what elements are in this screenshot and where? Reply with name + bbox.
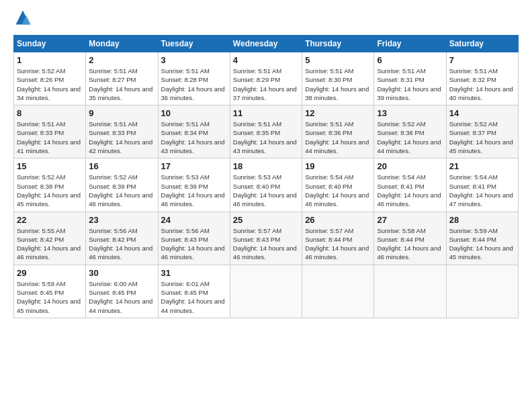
day-info: Sunrise: 5:53 AM Sunset: 8:40 PM Dayligh… xyxy=(233,173,299,208)
week-row-1: 1 Sunrise: 5:52 AM Sunset: 8:26 PM Dayli… xyxy=(14,52,519,105)
day-info: Sunrise: 5:54 AM Sunset: 8:40 PM Dayligh… xyxy=(305,173,371,208)
calendar-cell: 12 Sunrise: 5:51 AM Sunset: 8:36 PM Dayl… xyxy=(302,105,374,158)
day-info: Sunrise: 5:51 AM Sunset: 8:35 PM Dayligh… xyxy=(233,120,299,155)
calendar-cell: 19 Sunrise: 5:54 AM Sunset: 8:40 PM Dayl… xyxy=(302,158,374,212)
day-number: 2 xyxy=(89,55,154,65)
day-info: Sunrise: 5:51 AM Sunset: 8:28 PM Dayligh… xyxy=(161,66,227,102)
calendar-cell: 22 Sunrise: 5:55 AM Sunset: 8:42 PM Dayl… xyxy=(14,212,86,265)
calendar-table: SundayMondayTuesdayWednesdayThursdayFrid… xyxy=(13,35,519,318)
calendar-cell: 13 Sunrise: 5:52 AM Sunset: 8:36 PM Dayl… xyxy=(374,105,446,158)
calendar-cell xyxy=(230,265,302,318)
calendar-cell: 27 Sunrise: 5:58 AM Sunset: 8:44 PM Dayl… xyxy=(374,212,446,265)
day-info: Sunrise: 5:52 AM Sunset: 8:38 PM Dayligh… xyxy=(17,173,83,208)
col-header-wednesday: Wednesday xyxy=(230,36,302,52)
day-info: Sunrise: 5:51 AM Sunset: 8:32 PM Dayligh… xyxy=(449,66,515,102)
day-info: Sunrise: 5:51 AM Sunset: 8:27 PM Dayligh… xyxy=(89,66,154,102)
col-header-tuesday: Tuesday xyxy=(158,36,230,52)
col-header-monday: Monday xyxy=(86,36,158,52)
day-number: 31 xyxy=(161,268,227,278)
calendar-cell xyxy=(374,265,446,318)
day-info: Sunrise: 5:51 AM Sunset: 8:31 PM Dayligh… xyxy=(377,66,443,102)
col-header-friday: Friday xyxy=(374,36,446,52)
day-number: 11 xyxy=(233,108,299,118)
day-info: Sunrise: 6:01 AM Sunset: 8:45 PM Dayligh… xyxy=(161,279,227,315)
day-number: 28 xyxy=(449,215,515,225)
day-number: 22 xyxy=(17,215,83,225)
day-info: Sunrise: 5:51 AM Sunset: 8:34 PM Dayligh… xyxy=(161,120,227,155)
day-info: Sunrise: 5:57 AM Sunset: 8:44 PM Dayligh… xyxy=(305,226,371,262)
day-info: Sunrise: 5:54 AM Sunset: 8:41 PM Dayligh… xyxy=(449,173,515,208)
day-info: Sunrise: 5:52 AM Sunset: 8:39 PM Dayligh… xyxy=(89,173,154,208)
calendar-cell: 29 Sunrise: 5:59 AM Sunset: 8:45 PM Dayl… xyxy=(14,265,86,318)
logo xyxy=(13,11,35,27)
day-number: 1 xyxy=(17,55,83,65)
calendar-cell: 21 Sunrise: 5:54 AM Sunset: 8:41 PM Dayl… xyxy=(446,158,518,212)
header xyxy=(13,11,519,27)
col-header-sunday: Sunday xyxy=(14,36,86,52)
day-number: 25 xyxy=(233,215,299,225)
calendar-cell: 20 Sunrise: 5:54 AM Sunset: 8:41 PM Dayl… xyxy=(374,158,446,212)
logo-icon xyxy=(13,8,32,27)
col-header-saturday: Saturday xyxy=(446,36,518,52)
calendar-cell: 26 Sunrise: 5:57 AM Sunset: 8:44 PM Dayl… xyxy=(302,212,374,265)
day-number: 29 xyxy=(17,268,83,278)
calendar-cell: 30 Sunrise: 6:00 AM Sunset: 8:45 PM Dayl… xyxy=(86,265,158,318)
day-number: 16 xyxy=(89,161,154,171)
calendar-cell: 1 Sunrise: 5:52 AM Sunset: 8:26 PM Dayli… xyxy=(14,52,86,105)
calendar-cell: 14 Sunrise: 5:52 AM Sunset: 8:37 PM Dayl… xyxy=(446,105,518,158)
calendar-cell: 2 Sunrise: 5:51 AM Sunset: 8:27 PM Dayli… xyxy=(86,52,158,105)
day-info: Sunrise: 5:51 AM Sunset: 8:33 PM Dayligh… xyxy=(17,120,83,155)
day-number: 12 xyxy=(305,108,371,118)
day-number: 21 xyxy=(449,161,515,171)
day-number: 20 xyxy=(377,161,443,171)
calendar-cell: 8 Sunrise: 5:51 AM Sunset: 8:33 PM Dayli… xyxy=(14,105,86,158)
day-number: 6 xyxy=(377,55,443,65)
day-number: 14 xyxy=(449,108,515,118)
page: SundayMondayTuesdayWednesdayThursdayFrid… xyxy=(0,0,532,411)
calendar-cell: 3 Sunrise: 5:51 AM Sunset: 8:28 PM Dayli… xyxy=(158,52,230,105)
day-number: 8 xyxy=(17,108,83,118)
calendar-cell: 18 Sunrise: 5:53 AM Sunset: 8:40 PM Dayl… xyxy=(230,158,302,212)
day-info: Sunrise: 5:52 AM Sunset: 8:26 PM Dayligh… xyxy=(17,66,83,102)
calendar-cell: 7 Sunrise: 5:51 AM Sunset: 8:32 PM Dayli… xyxy=(446,52,518,105)
calendar-cell: 17 Sunrise: 5:53 AM Sunset: 8:39 PM Dayl… xyxy=(158,158,230,212)
calendar-cell xyxy=(302,265,374,318)
day-info: Sunrise: 5:54 AM Sunset: 8:41 PM Dayligh… xyxy=(377,173,443,208)
day-info: Sunrise: 5:56 AM Sunset: 8:43 PM Dayligh… xyxy=(161,226,227,262)
header-row: SundayMondayTuesdayWednesdayThursdayFrid… xyxy=(14,36,519,52)
day-number: 13 xyxy=(377,108,443,118)
week-row-3: 15 Sunrise: 5:52 AM Sunset: 8:38 PM Dayl… xyxy=(14,158,519,212)
day-info: Sunrise: 5:59 AM Sunset: 8:45 PM Dayligh… xyxy=(17,279,83,315)
calendar-cell: 24 Sunrise: 5:56 AM Sunset: 8:43 PM Dayl… xyxy=(158,212,230,265)
day-info: Sunrise: 5:55 AM Sunset: 8:42 PM Dayligh… xyxy=(17,226,83,262)
day-number: 3 xyxy=(161,55,227,65)
day-info: Sunrise: 5:51 AM Sunset: 8:36 PM Dayligh… xyxy=(305,120,371,155)
day-number: 5 xyxy=(305,55,371,65)
calendar-cell: 16 Sunrise: 5:52 AM Sunset: 8:39 PM Dayl… xyxy=(86,158,158,212)
day-number: 4 xyxy=(233,55,299,65)
col-header-thursday: Thursday xyxy=(302,36,374,52)
day-info: Sunrise: 5:51 AM Sunset: 8:29 PM Dayligh… xyxy=(233,66,299,102)
week-row-4: 22 Sunrise: 5:55 AM Sunset: 8:42 PM Dayl… xyxy=(14,212,519,265)
day-number: 30 xyxy=(89,268,154,278)
day-number: 24 xyxy=(161,215,227,225)
day-number: 19 xyxy=(305,161,371,171)
calendar-cell: 31 Sunrise: 6:01 AM Sunset: 8:45 PM Dayl… xyxy=(158,265,230,318)
day-number: 17 xyxy=(161,161,227,171)
calendar-cell: 11 Sunrise: 5:51 AM Sunset: 8:35 PM Dayl… xyxy=(230,105,302,158)
day-number: 9 xyxy=(89,108,154,118)
day-number: 27 xyxy=(377,215,443,225)
calendar-cell: 28 Sunrise: 5:59 AM Sunset: 8:44 PM Dayl… xyxy=(446,212,518,265)
day-number: 10 xyxy=(161,108,227,118)
week-row-5: 29 Sunrise: 5:59 AM Sunset: 8:45 PM Dayl… xyxy=(14,265,519,318)
calendar-cell: 6 Sunrise: 5:51 AM Sunset: 8:31 PM Dayli… xyxy=(374,52,446,105)
day-info: Sunrise: 5:59 AM Sunset: 8:44 PM Dayligh… xyxy=(449,226,515,262)
calendar-cell: 23 Sunrise: 5:56 AM Sunset: 8:42 PM Dayl… xyxy=(86,212,158,265)
day-info: Sunrise: 5:51 AM Sunset: 8:33 PM Dayligh… xyxy=(89,120,154,155)
day-number: 15 xyxy=(17,161,83,171)
day-number: 23 xyxy=(89,215,154,225)
calendar-cell xyxy=(446,265,518,318)
day-info: Sunrise: 5:58 AM Sunset: 8:44 PM Dayligh… xyxy=(377,226,443,262)
day-number: 26 xyxy=(305,215,371,225)
calendar-cell: 4 Sunrise: 5:51 AM Sunset: 8:29 PM Dayli… xyxy=(230,52,302,105)
